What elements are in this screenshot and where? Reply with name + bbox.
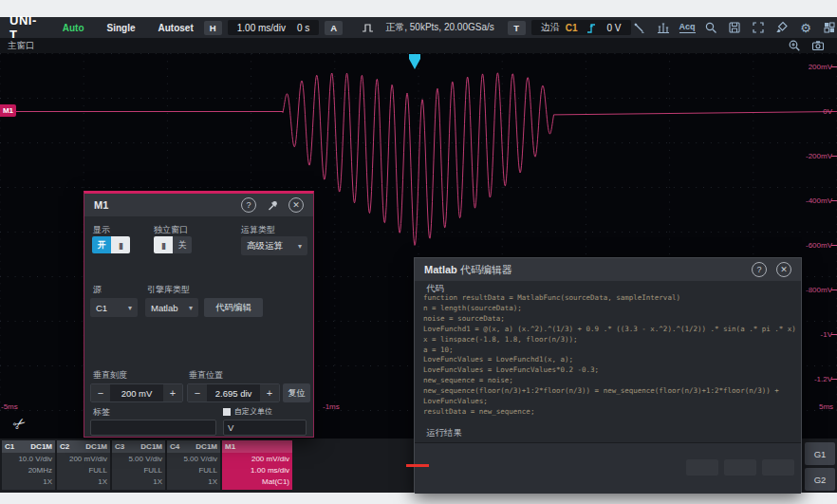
pin-icon[interactable] <box>266 198 279 212</box>
vertical-position-label: 垂直位置 <box>189 369 223 382</box>
operation-type-dropdown[interactable]: 高级运算 ▾ <box>241 236 307 255</box>
snapshot-icon[interactable] <box>809 38 827 53</box>
voltage-label: -200mV <box>806 153 832 160</box>
code-line: LoveFunchd1 = @(x, a) (x.^2).^(1/3) + 0.… <box>423 325 797 335</box>
window-layout-icon[interactable] <box>821 20 837 35</box>
display-on-segment[interactable]: 开 <box>92 236 111 253</box>
position-plus-button[interactable]: + <box>260 384 279 401</box>
voltage-label: 200mV <box>809 64 832 71</box>
close-icon[interactable]: ✕ <box>288 197 304 213</box>
timebase-field[interactable]: 1.00 ms/div 0 s <box>228 20 319 35</box>
code-line: LoveFuncValues; <box>423 397 797 407</box>
channel-info-line: 1X <box>57 476 110 487</box>
chevron-down-icon: ▾ <box>298 242 302 251</box>
channel-id: C2 <box>60 442 69 451</box>
channel-block-c3[interactable]: C3DC1M5.00 V/divFULL1X <box>112 440 165 490</box>
trigger-level: 0 V <box>607 23 622 33</box>
help-icon[interactable]: ? <box>241 197 256 213</box>
side-button-g1[interactable]: G1 <box>805 442 835 465</box>
channel-info-line: 5.00 V/div <box>112 453 165 464</box>
vertical-scale-label: 垂直刻度 <box>93 369 127 382</box>
channel-coupling: DC1M <box>30 442 52 451</box>
channel-coupling: DC1M <box>140 442 162 451</box>
oscilloscope-app: UNI-T Auto Single Autoset H 1.00 ms/div … <box>0 0 837 504</box>
custom-unit-checkbox[interactable]: 自定义单位 <box>223 406 272 417</box>
channel-block-m1[interactable]: M1200 mV/div1.00 ms/divMat(C1) <box>222 440 292 490</box>
engine-type-label: 引擎库类型 <box>147 284 190 296</box>
result-action-button[interactable] <box>762 459 794 476</box>
scale-minus-button[interactable]: − <box>91 384 110 401</box>
code-line: new_sequence = noise; <box>423 376 797 386</box>
channel-id: C3 <box>115 442 124 451</box>
zoom-in-icon[interactable] <box>785 38 803 53</box>
time-label: 5ms <box>819 403 833 411</box>
independent-window-toggle[interactable]: ||| 关 <box>154 236 192 253</box>
channel-info-line: 200 mV/div <box>222 453 292 464</box>
cursor-icon[interactable] <box>631 20 649 35</box>
channel-header: M1 <box>222 440 292 453</box>
scale-plus-button[interactable]: + <box>163 384 182 401</box>
channel-info-line: 1X <box>167 476 220 487</box>
window-tab-bar: 主窗口 <box>0 38 837 53</box>
single-button[interactable]: Single <box>102 23 140 33</box>
autoset-button[interactable]: Autoset <box>154 23 198 33</box>
code-block[interactable]: function resultData = MatlabFunc(sourceD… <box>423 293 797 420</box>
channel-info-line: FULL <box>167 464 220 476</box>
run-state-auto-button[interactable]: Auto <box>58 23 89 33</box>
label-input[interactable] <box>90 420 216 436</box>
side-button-g2[interactable]: G2 <box>805 468 835 491</box>
independent-window-label: 独立窗口 <box>154 224 188 236</box>
code-edit-button[interactable]: 代码编辑 <box>204 298 263 317</box>
horizontal-menu-key[interactable]: H <box>204 21 222 35</box>
trigger-field[interactable]: 边沿 C1 0 V <box>531 20 631 35</box>
display-toggle[interactable]: 开 ||| <box>92 236 130 253</box>
channel-info-line: 10.0 V/div <box>2 453 55 464</box>
unit-input[interactable]: V <box>223 420 307 436</box>
m1-dialog-header[interactable]: M1 ? ✕ <box>84 194 313 216</box>
time-label: -1ms <box>323 403 340 411</box>
acquire-info-text: 正常, 50kPts, 20.00GSa/s <box>385 21 494 34</box>
window-bars-segment[interactable]: ||| <box>154 236 173 253</box>
m1-trace-marker[interactable]: M1 <box>0 104 16 117</box>
channel-block-c1[interactable]: C1DC1M10.0 V/div20MHz1X <box>2 440 55 490</box>
help-icon[interactable]: ? <box>752 262 767 277</box>
channel-coupling: DC1M <box>195 442 217 451</box>
gear-icon[interactable]: ⚙ <box>797 20 815 35</box>
reset-button[interactable]: 复位 <box>283 383 310 402</box>
voltage-label: 0V <box>823 108 832 116</box>
save-icon[interactable] <box>726 20 744 35</box>
channel-block-c4[interactable]: C4DC1M5.00 V/divFULL1X <box>167 440 220 490</box>
trigger-source: C1 <box>566 23 578 33</box>
m1-dialog-title: M1 <box>94 199 232 211</box>
acq-menu-icon[interactable]: Acq <box>679 20 697 35</box>
main-window-tab[interactable]: 主窗口 <box>8 40 35 52</box>
close-icon[interactable]: ✕ <box>776 262 791 277</box>
label-label: 标签 <box>93 406 110 419</box>
code-line: LoveFuncValues = LoveFunchd1(x, a); <box>423 355 797 365</box>
window-chrome-top <box>0 0 837 18</box>
engine-dropdown[interactable]: Matlab ▾ <box>145 298 198 317</box>
channel-header: C2DC1M <box>57 440 110 453</box>
display-bars-segment[interactable]: ||| <box>111 236 130 253</box>
source-dropdown[interactable]: C1 ▾ <box>90 298 138 317</box>
matlab-dialog-header[interactable]: Matlab 代码编辑器 ? ✕ <box>415 258 801 281</box>
result-action-button[interactable] <box>686 459 718 476</box>
trigger-position-marker[interactable] <box>409 54 420 69</box>
brush-icon[interactable] <box>773 20 791 35</box>
position-minus-button[interactable]: − <box>188 384 207 401</box>
code-line: new_sequence(floor(n/3)+1:2*floor(n/3)) … <box>423 386 797 397</box>
operation-type-label: 运算类型 <box>241 224 275 236</box>
code-line: LoveFuncValues = LoveFuncValues*0.2 -0.3… <box>423 365 797 376</box>
search-icon[interactable] <box>702 20 720 35</box>
channel-id: C1 <box>5 442 14 451</box>
histogram-icon[interactable] <box>655 20 673 35</box>
trigger-menu-key[interactable]: T <box>508 21 526 35</box>
result-action-button[interactable] <box>724 459 756 476</box>
channel-block-c2[interactable]: C2DC1M200 mV/divFULL1X <box>57 440 110 490</box>
acquire-menu-key[interactable]: A <box>325 21 343 35</box>
window-off-segment[interactable]: 关 <box>173 236 192 253</box>
chevron-down-icon: ▾ <box>189 304 193 312</box>
fullscreen-icon[interactable] <box>750 20 768 35</box>
matlab-dialog-title: Matlab 代码编辑器 <box>424 263 742 277</box>
time-label: -5ms <box>1 403 18 411</box>
